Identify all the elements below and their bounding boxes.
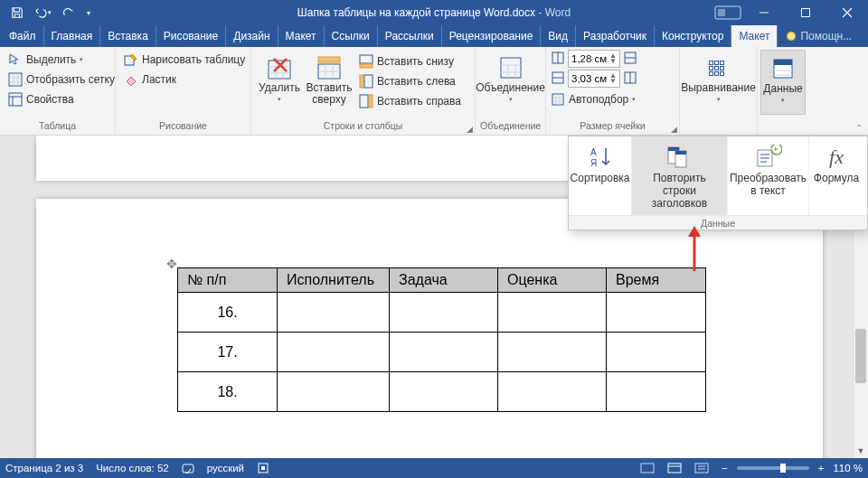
bulb-icon (787, 32, 796, 41)
row-height-input[interactable]: 1,28 см▲▼ (568, 50, 620, 68)
account-button[interactable] (714, 0, 741, 25)
tab-design[interactable]: Дизайн (226, 25, 278, 47)
select-button[interactable]: Выделить▾ (5, 50, 118, 70)
zoom-in-button[interactable]: + (815, 463, 828, 473)
table-header-cell[interactable]: Исполнитель (278, 268, 390, 293)
group-table: Выделить▾ Отобразить сетку Свойства Табл… (0, 47, 116, 135)
col-width-input[interactable]: 3,03 см▲▼ (568, 70, 620, 88)
svg-rect-29 (675, 151, 686, 155)
maximize-button[interactable] (785, 0, 826, 25)
tab-review[interactable]: Рецензирование (442, 25, 542, 47)
row-height-icon (551, 51, 565, 68)
insert-above-button[interactable]: Вставить сверху (306, 50, 353, 115)
delete-button[interactable]: Удалить▾ (256, 50, 303, 115)
quick-access-toolbar: ▾ ▾ (0, 0, 96, 25)
insert-left-button[interactable]: Вставить слева (355, 71, 465, 91)
svg-rect-36 (695, 464, 708, 473)
table-header-cell[interactable]: Оценка (498, 268, 607, 293)
table-row[interactable]: 17. (178, 333, 706, 372)
autofit-button[interactable]: Автоподбор▾ (551, 89, 639, 109)
group-merge: Объединение▾ Объединение (476, 47, 546, 135)
view-gridlines-button[interactable]: Отобразить сетку (5, 70, 118, 89)
status-bar: Страница 2 из 3 Число слов: 52 русский −… (0, 458, 868, 478)
eraser-button[interactable]: Ластик (120, 70, 249, 89)
web-layout-view-button[interactable] (691, 460, 712, 476)
dialog-launcher-icon[interactable]: ◢ (671, 125, 677, 134)
tab-home[interactable]: Главная (44, 25, 101, 47)
group-label: Объединение (480, 120, 541, 135)
svg-text:Я: Я (590, 158, 597, 168)
svg-rect-13 (360, 75, 363, 88)
app-name: Word (545, 6, 571, 19)
redo-button[interactable] (56, 3, 80, 23)
zoom-slider[interactable] (737, 466, 809, 470)
tab-table-design[interactable]: Конструктор (655, 25, 731, 47)
minimize-button[interactable] (743, 0, 785, 25)
properties-button[interactable]: Свойства (5, 89, 118, 109)
group-alignment: Выравнивание▾ (680, 47, 758, 135)
table-row[interactable]: 16. (178, 293, 706, 333)
svg-rect-27 (668, 147, 679, 151)
table-move-handle[interactable]: ✥ (166, 257, 177, 271)
tab-table-layout[interactable]: Макет (731, 25, 778, 47)
svg-rect-14 (360, 95, 368, 108)
draw-table-button[interactable]: Нарисовать таблицу (120, 50, 249, 70)
table-header-cell[interactable]: Время (607, 268, 706, 293)
zoom-out-button[interactable]: − (718, 463, 731, 473)
repeat-header-rows-button[interactable]: Повторить строки заголовков (632, 136, 728, 215)
window-controls (743, 0, 868, 25)
data-button[interactable]: Данные▾ (760, 50, 805, 115)
tab-view[interactable]: Вид (541, 25, 576, 47)
macro-button[interactable] (257, 462, 269, 474)
tab-mailings[interactable]: Рассылки (378, 25, 442, 47)
tab-file[interactable]: Файл (0, 25, 44, 47)
group-label: Рисование (120, 120, 246, 135)
table-header-cell[interactable]: № п/п (178, 268, 278, 293)
svg-rect-1 (718, 9, 725, 16)
table-row[interactable]: 18. (178, 372, 706, 412)
formula-button[interactable]: fx Формула (809, 136, 863, 215)
table-header-row[interactable]: № п/п Исполнитель Задача Оценка Время (178, 268, 706, 293)
group-label (762, 120, 804, 135)
word-count[interactable]: Число слов: 52 (96, 463, 169, 473)
tab-layout[interactable]: Макет (278, 25, 325, 47)
alignment-button[interactable]: Выравнивание▾ (683, 50, 755, 115)
qat-customize-button[interactable]: ▾ (81, 3, 96, 23)
tab-references[interactable]: Ссылки (325, 25, 378, 47)
svg-rect-5 (9, 93, 22, 106)
insert-right-button[interactable]: Вставить справа (355, 91, 465, 111)
tab-developer[interactable]: Разработчик (576, 25, 655, 47)
language-indicator[interactable]: русский (207, 463, 244, 473)
svg-rect-35 (668, 464, 681, 473)
scroll-thumb[interactable] (855, 329, 866, 383)
close-button[interactable] (826, 0, 868, 25)
focus-view-button[interactable] (637, 460, 658, 476)
dialog-launcher-icon[interactable]: ◢ (467, 125, 473, 134)
collapse-ribbon-button[interactable]: ⌃ (855, 123, 863, 133)
undo-button[interactable]: ▾ (31, 3, 54, 23)
merge-button[interactable]: Объединение▾ (478, 50, 543, 115)
svg-rect-12 (364, 75, 373, 88)
col-width-icon (551, 70, 565, 88)
svg-rect-23 (774, 60, 792, 65)
print-layout-view-button[interactable] (664, 460, 685, 476)
insert-below-button[interactable]: Вставить снизу (355, 52, 465, 71)
tell-me-search[interactable]: Помощн... (778, 25, 861, 47)
svg-text:А: А (590, 147, 597, 157)
svg-rect-15 (369, 95, 373, 108)
svg-rect-21 (552, 94, 563, 105)
tab-insert[interactable]: Вставка (100, 25, 156, 47)
convert-to-text-button[interactable]: Преобразовать в текст (728, 136, 809, 215)
table-header-cell[interactable]: Задача (390, 268, 498, 293)
distribute-cols-button[interactable] (623, 70, 637, 88)
data-panel-footer: Данные (569, 215, 867, 230)
distribute-rows-button[interactable] (623, 51, 637, 68)
page-indicator[interactable]: Страница 2 из 3 (5, 463, 83, 473)
scroll-down-button[interactable]: ▼ (854, 443, 868, 458)
sort-button[interactable]: АЯ Сортировка (569, 136, 632, 215)
zoom-level[interactable]: 110 % (833, 463, 863, 473)
spell-check-button[interactable] (182, 462, 194, 474)
document-table[interactable]: № п/п Исполнитель Задача Оценка Время 16… (177, 267, 706, 412)
save-button[interactable] (5, 3, 29, 23)
tab-draw[interactable]: Рисование (156, 25, 226, 47)
